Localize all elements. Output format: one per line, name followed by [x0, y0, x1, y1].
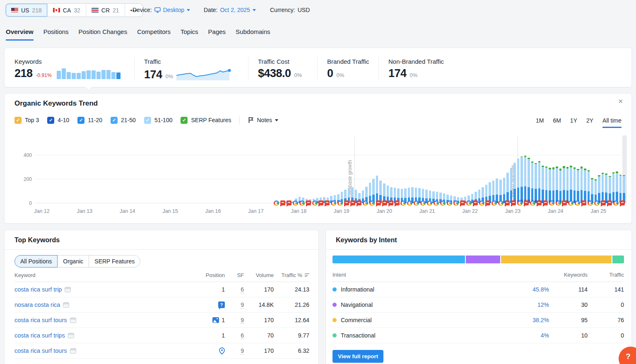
google-update-icon[interactable]: [293, 200, 298, 206]
axis-event-icons[interactable]: [274, 200, 625, 206]
google-update-icon[interactable]: [420, 200, 426, 206]
legend-toggle-51-100[interactable]: ✓51-100: [144, 117, 173, 124]
nav-tab-position-changes[interactable]: Position Changes: [79, 28, 128, 41]
google-update-icon[interactable]: [447, 200, 452, 206]
range-6m[interactable]: 6M: [553, 117, 561, 128]
note-flag-icon[interactable]: [388, 200, 393, 205]
note-flag-icon[interactable]: [562, 200, 567, 205]
google-update-icon[interactable]: [517, 200, 523, 206]
note-flag-icon[interactable]: [350, 200, 355, 205]
serp-snapshot-icon[interactable]: [65, 287, 71, 292]
column-volume[interactable]: Volume: [244, 272, 274, 278]
note-flag-icon[interactable]: [537, 200, 542, 205]
note-flag-icon[interactable]: [376, 200, 381, 205]
intent-percent-link[interactable]: 45.8%: [532, 286, 549, 293]
sf-value[interactable]: 9: [241, 317, 244, 324]
google-update-icon[interactable]: [434, 200, 439, 206]
note-flag-icon[interactable]: [485, 200, 490, 205]
metric-traffic-cost[interactable]: Traffic Cost $438.0 0%: [248, 48, 317, 87]
google-update-icon[interactable]: [400, 200, 406, 206]
note-flag-icon[interactable]: [581, 200, 586, 205]
google-update-icon[interactable]: [274, 200, 279, 206]
legend-toggle-top-3[interactable]: ✓Top 3: [14, 117, 39, 124]
date-filter[interactable]: Date: Oct 2, 2025: [204, 7, 256, 13]
toggle-organic[interactable]: Organic: [57, 255, 89, 268]
note-flag-icon[interactable]: [280, 200, 285, 205]
note-flag-icon[interactable]: [524, 200, 529, 205]
google-update-icon[interactable]: [549, 200, 554, 206]
google-update-icon[interactable]: [337, 200, 343, 206]
nav-tab-competitors[interactable]: Competitors: [137, 28, 171, 41]
note-flag-icon[interactable]: [460, 200, 465, 205]
metric-branded-traffic[interactable]: Branded Traffic 0 0%: [317, 48, 378, 87]
note-flag-icon[interactable]: [287, 200, 292, 205]
note-flag-icon[interactable]: [601, 200, 606, 205]
keyword-link[interactable]: costa rica surf trips: [14, 332, 74, 339]
column-position[interactable]: Position: [188, 272, 225, 278]
metric-traffic[interactable]: Traffic 174 0%: [134, 48, 248, 87]
serp-snapshot-icon[interactable]: [63, 302, 69, 308]
nav-tab-overview[interactable]: Overview: [6, 28, 34, 41]
google-update-icon[interactable]: [453, 200, 459, 206]
google-update-icon[interactable]: [575, 200, 580, 206]
note-flag-icon[interactable]: [511, 200, 516, 205]
note-flag-icon[interactable]: [318, 200, 323, 205]
serp-snapshot-icon[interactable]: [70, 348, 76, 354]
range-all-time[interactable]: All time: [602, 117, 622, 128]
google-update-icon[interactable]: [299, 200, 305, 206]
note-flag-icon[interactable]: [344, 200, 349, 205]
note-flag-icon[interactable]: [543, 200, 548, 205]
note-flag-icon[interactable]: [395, 200, 400, 205]
google-update-icon[interactable]: [466, 200, 472, 206]
metric-keywords[interactable]: Keywords 218 -0.91%: [5, 48, 134, 87]
keywords-trend-chart[interactable]: 400 200 0 Database growth SERP features …: [5, 137, 631, 220]
google-update-icon[interactable]: [479, 200, 484, 206]
note-flag-icon[interactable]: [473, 200, 478, 205]
sf-value[interactable]: 9: [241, 347, 244, 354]
stacked-bars[interactable]: [274, 137, 625, 203]
legend-toggle-4-10[interactable]: ✓4-10: [47, 117, 69, 124]
nav-tab-subdomains[interactable]: Subdomains: [236, 28, 270, 41]
note-flag-icon[interactable]: [306, 200, 311, 205]
sf-value[interactable]: 9: [241, 301, 244, 309]
nav-tab-pages[interactable]: Pages: [208, 28, 226, 41]
google-update-icon[interactable]: [407, 200, 412, 206]
note-flag-icon[interactable]: [505, 200, 510, 205]
notes-dropdown[interactable]: Notes: [248, 117, 278, 123]
view-full-report-button[interactable]: View full report: [332, 350, 383, 363]
google-update-icon[interactable]: [556, 200, 561, 206]
serp-snapshot-icon[interactable]: [70, 318, 76, 323]
serp-snapshot-icon[interactable]: [68, 333, 74, 338]
column-keyword[interactable]: Keyword: [14, 272, 188, 278]
note-flag-icon[interactable]: [620, 200, 625, 205]
keyword-link[interactable]: costa rica surf tours: [14, 347, 76, 354]
metric-non-branded-traffic[interactable]: Non-Branded Traffic 174 0%: [378, 48, 631, 87]
keyword-link[interactable]: costa rica surf trip: [14, 286, 71, 293]
toggle-serp-features[interactable]: SERP Features: [89, 255, 140, 268]
country-tab-us[interactable]: US 218: [6, 4, 48, 17]
google-update-icon[interactable]: [588, 200, 593, 206]
google-update-icon[interactable]: [491, 200, 497, 206]
sf-value[interactable]: 6: [241, 332, 244, 339]
google-update-icon[interactable]: [440, 200, 446, 206]
nav-tab-topics[interactable]: Topics: [181, 28, 198, 41]
google-update-icon[interactable]: [427, 200, 432, 206]
legend-toggle-11-20[interactable]: ✓11-20: [77, 117, 102, 124]
legend-toggle-serp-features[interactable]: ✓SERP Features: [181, 117, 231, 124]
note-flag-icon[interactable]: [382, 200, 387, 205]
google-update-icon[interactable]: [568, 200, 573, 206]
close-icon[interactable]: ✕: [618, 98, 623, 105]
note-flag-icon[interactable]: [325, 200, 330, 205]
column-traffic-pct[interactable]: Traffic %: [274, 272, 309, 278]
legend-toggle-21-50[interactable]: ✓21-50: [111, 117, 136, 124]
toggle-all-positions[interactable]: All Positions: [14, 255, 58, 268]
country-tab-ca[interactable]: CA 32: [48, 4, 86, 17]
intent-percent-link[interactable]: 12%: [537, 301, 549, 308]
google-update-icon[interactable]: [331, 200, 336, 206]
google-update-icon[interactable]: [369, 200, 375, 206]
sf-value[interactable]: 6: [241, 286, 244, 293]
note-flag-icon[interactable]: [357, 200, 361, 205]
google-update-icon[interactable]: [498, 200, 504, 206]
intent-percent-link[interactable]: 38.2%: [532, 317, 549, 323]
nav-tab-positions[interactable]: Positions: [43, 28, 69, 41]
